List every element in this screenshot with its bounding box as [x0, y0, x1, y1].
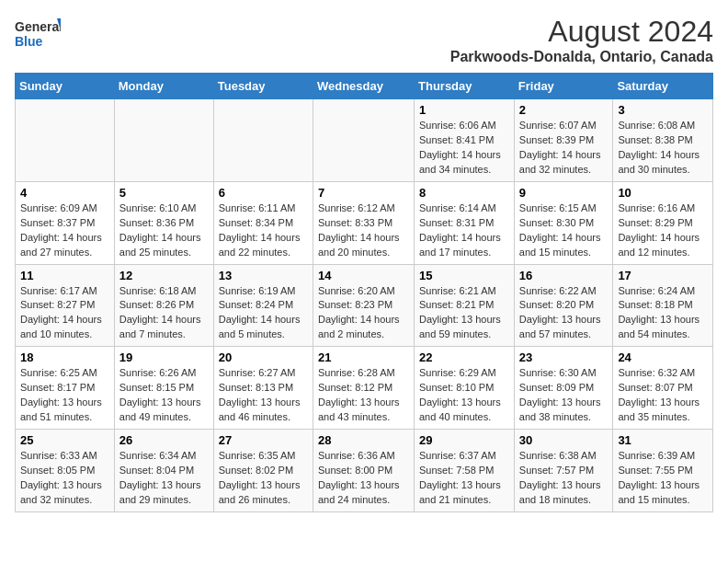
logo: General Blue [15, 15, 61, 55]
calendar-cell: 4Sunrise: 6:09 AMSunset: 8:37 PMDaylight… [16, 181, 115, 264]
calendar-cell [313, 99, 414, 182]
day-number: 16 [519, 269, 609, 282]
calendar-cell: 30Sunrise: 6:38 AMSunset: 7:57 PMDayligh… [514, 430, 613, 512]
header-cell-sunday: Sunday [16, 74, 115, 99]
day-number: 29 [419, 433, 509, 447]
calendar-header: SundayMondayTuesdayWednesdayThursdayFrid… [16, 74, 713, 99]
logo-svg: General Blue [15, 15, 61, 55]
day-info: Sunrise: 6:27 AMSunset: 8:13 PMDaylight:… [219, 366, 308, 425]
calendar-cell: 11Sunrise: 6:17 AMSunset: 8:27 PMDayligh… [16, 264, 115, 347]
calendar-cell: 13Sunrise: 6:19 AMSunset: 8:24 PMDayligh… [213, 264, 313, 347]
header-row: SundayMondayTuesdayWednesdayThursdayFrid… [16, 74, 713, 99]
header: General Blue August 2024 Parkwoods-Donal… [15, 15, 713, 65]
calendar-cell: 10Sunrise: 6:16 AMSunset: 8:29 PMDayligh… [613, 181, 713, 264]
calendar-cell [213, 99, 313, 182]
calendar-cell: 27Sunrise: 6:35 AMSunset: 8:02 PMDayligh… [213, 430, 313, 512]
day-number: 28 [318, 433, 409, 447]
header-cell-friday: Friday [514, 74, 613, 99]
calendar-cell: 29Sunrise: 6:37 AMSunset: 7:58 PMDayligh… [415, 430, 515, 512]
day-number: 18 [20, 350, 109, 364]
week-row-4: 18Sunrise: 6:25 AMSunset: 8:17 PMDayligh… [16, 347, 713, 430]
calendar-cell: 22Sunrise: 6:29 AMSunset: 8:10 PMDayligh… [415, 347, 515, 430]
calendar-cell: 16Sunrise: 6:22 AMSunset: 8:20 PMDayligh… [514, 264, 613, 347]
day-info: Sunrise: 6:21 AMSunset: 8:21 PMDaylight:… [419, 284, 509, 343]
day-info: Sunrise: 6:19 AMSunset: 8:24 PMDaylight:… [219, 284, 308, 343]
day-info: Sunrise: 6:18 AMSunset: 8:26 PMDaylight:… [119, 284, 209, 343]
day-info: Sunrise: 6:38 AMSunset: 7:57 PMDaylight:… [519, 449, 609, 508]
day-info: Sunrise: 6:22 AMSunset: 8:20 PMDaylight:… [519, 284, 609, 343]
calendar-cell: 3Sunrise: 6:08 AMSunset: 8:38 PMDaylight… [613, 99, 713, 182]
calendar-cell: 5Sunrise: 6:10 AMSunset: 8:36 PMDaylight… [114, 181, 213, 264]
day-info: Sunrise: 6:30 AMSunset: 8:09 PMDaylight:… [519, 366, 609, 425]
calendar-cell: 26Sunrise: 6:34 AMSunset: 8:04 PMDayligh… [114, 430, 213, 512]
calendar-cell: 18Sunrise: 6:25 AMSunset: 8:17 PMDayligh… [16, 347, 115, 430]
calendar-cell: 24Sunrise: 6:32 AMSunset: 8:07 PMDayligh… [613, 347, 713, 430]
day-number: 15 [419, 269, 509, 282]
calendar-cell: 2Sunrise: 6:07 AMSunset: 8:39 PMDaylight… [514, 99, 613, 182]
day-number: 7 [318, 186, 409, 200]
day-info: Sunrise: 6:15 AMSunset: 8:30 PMDaylight:… [519, 201, 609, 260]
day-number: 10 [618, 186, 708, 200]
header-cell-monday: Monday [114, 74, 213, 99]
day-number: 23 [519, 350, 609, 364]
header-cell-thursday: Thursday [415, 74, 515, 99]
calendar-cell: 31Sunrise: 6:39 AMSunset: 7:55 PMDayligh… [613, 430, 713, 512]
day-info: Sunrise: 6:09 AMSunset: 8:37 PMDaylight:… [20, 201, 109, 260]
day-number: 9 [519, 186, 609, 200]
day-number: 27 [219, 433, 308, 447]
day-number: 4 [20, 186, 109, 200]
day-info: Sunrise: 6:24 AMSunset: 8:18 PMDaylight:… [618, 284, 708, 343]
calendar-table: SundayMondayTuesdayWednesdayThursdayFrid… [15, 73, 713, 512]
svg-text:General: General [15, 19, 61, 34]
subtitle: Parkwoods-Donalda, Ontario, Canada [450, 49, 713, 65]
calendar-cell: 6Sunrise: 6:11 AMSunset: 8:34 PMDaylight… [213, 181, 313, 264]
calendar-cell: 8Sunrise: 6:14 AMSunset: 8:31 PMDaylight… [415, 181, 515, 264]
day-number: 14 [318, 269, 409, 282]
calendar-cell: 7Sunrise: 6:12 AMSunset: 8:33 PMDaylight… [313, 181, 414, 264]
calendar-cell: 1Sunrise: 6:06 AMSunset: 8:41 PMDaylight… [415, 99, 515, 182]
day-info: Sunrise: 6:32 AMSunset: 8:07 PMDaylight:… [618, 366, 708, 425]
day-info: Sunrise: 6:26 AMSunset: 8:15 PMDaylight:… [119, 366, 209, 425]
header-cell-saturday: Saturday [613, 74, 713, 99]
title-area: August 2024 Parkwoods-Donalda, Ontario, … [450, 15, 713, 65]
header-cell-wednesday: Wednesday [313, 74, 414, 99]
week-row-2: 4Sunrise: 6:09 AMSunset: 8:37 PMDaylight… [16, 181, 713, 264]
day-number: 20 [219, 350, 308, 364]
calendar-cell: 12Sunrise: 6:18 AMSunset: 8:26 PMDayligh… [114, 264, 213, 347]
day-number: 22 [419, 350, 509, 364]
day-number: 11 [20, 269, 109, 282]
day-info: Sunrise: 6:12 AMSunset: 8:33 PMDaylight:… [318, 201, 409, 260]
day-number: 3 [618, 103, 708, 117]
header-cell-tuesday: Tuesday [213, 74, 313, 99]
day-info: Sunrise: 6:14 AMSunset: 8:31 PMDaylight:… [419, 201, 509, 260]
day-number: 19 [119, 350, 209, 364]
calendar-cell [16, 99, 115, 182]
day-number: 30 [519, 433, 609, 447]
day-number: 25 [20, 433, 109, 447]
day-number: 5 [119, 186, 209, 200]
calendar-cell: 21Sunrise: 6:28 AMSunset: 8:12 PMDayligh… [313, 347, 414, 430]
calendar-cell: 9Sunrise: 6:15 AMSunset: 8:30 PMDaylight… [514, 181, 613, 264]
day-number: 1 [419, 103, 509, 117]
calendar-cell: 19Sunrise: 6:26 AMSunset: 8:15 PMDayligh… [114, 347, 213, 430]
day-number: 2 [519, 103, 609, 117]
day-info: Sunrise: 6:08 AMSunset: 8:38 PMDaylight:… [618, 119, 708, 178]
day-number: 6 [219, 186, 308, 200]
calendar-body: 1Sunrise: 6:06 AMSunset: 8:41 PMDaylight… [16, 99, 713, 512]
calendar-cell: 15Sunrise: 6:21 AMSunset: 8:21 PMDayligh… [415, 264, 515, 347]
day-info: Sunrise: 6:06 AMSunset: 8:41 PMDaylight:… [419, 119, 509, 178]
calendar-cell: 14Sunrise: 6:20 AMSunset: 8:23 PMDayligh… [313, 264, 414, 347]
day-number: 12 [119, 269, 209, 282]
svg-text:Blue: Blue [15, 34, 43, 49]
main-title: August 2024 [450, 15, 713, 49]
day-number: 31 [618, 433, 708, 447]
week-row-3: 11Sunrise: 6:17 AMSunset: 8:27 PMDayligh… [16, 264, 713, 347]
day-info: Sunrise: 6:39 AMSunset: 7:55 PMDaylight:… [618, 449, 708, 508]
day-info: Sunrise: 6:10 AMSunset: 8:36 PMDaylight:… [119, 201, 209, 260]
calendar-cell: 28Sunrise: 6:36 AMSunset: 8:00 PMDayligh… [313, 430, 414, 512]
day-info: Sunrise: 6:28 AMSunset: 8:12 PMDaylight:… [318, 366, 409, 425]
day-number: 24 [618, 350, 708, 364]
day-info: Sunrise: 6:34 AMSunset: 8:04 PMDaylight:… [119, 449, 209, 508]
day-info: Sunrise: 6:17 AMSunset: 8:27 PMDaylight:… [20, 284, 109, 343]
day-info: Sunrise: 6:25 AMSunset: 8:17 PMDaylight:… [20, 366, 109, 425]
